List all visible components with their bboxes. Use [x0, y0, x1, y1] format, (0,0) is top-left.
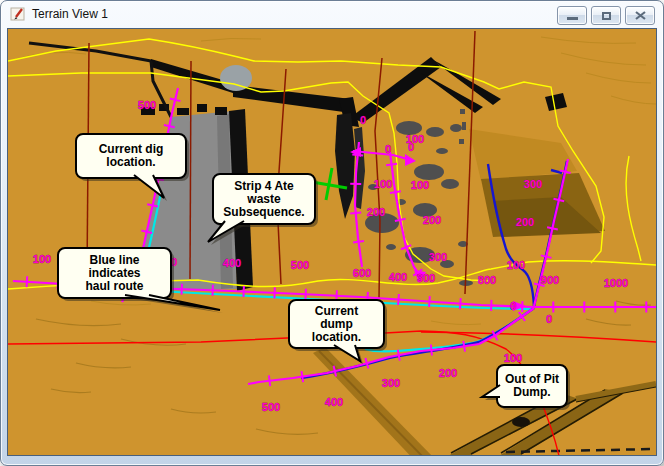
- map-value-label: 500: [138, 99, 156, 111]
- map-value-label: 300: [417, 272, 435, 284]
- map-value-label: 400: [325, 396, 343, 408]
- map-value-label: 400: [389, 271, 407, 283]
- map-value-label: 200: [423, 214, 441, 226]
- restore-button[interactable]: [591, 6, 621, 25]
- window-controls: [557, 6, 655, 25]
- callout-text-line: Current: [315, 304, 358, 318]
- map-value-label: 0: [385, 143, 391, 155]
- map-value-label: 900: [541, 274, 559, 286]
- map-value-label: 600: [353, 267, 371, 279]
- terrain-layer: 5000100001001002002003003002001002000300…: [8, 29, 656, 455]
- map-value-label: 300: [524, 178, 542, 190]
- close-button[interactable]: [625, 6, 655, 25]
- map-value-label: 500: [291, 259, 309, 271]
- callout-text-line: Subsequence.: [223, 205, 304, 219]
- map-value-label: 500: [262, 401, 280, 413]
- callout-text-line: Current dig: [99, 142, 164, 156]
- callout-text-line: location.: [106, 155, 155, 169]
- map-value-label: 800: [478, 274, 496, 286]
- minimize-icon: [567, 17, 578, 20]
- map-value-label: 300: [382, 377, 400, 389]
- callout-text-line: Out of Pit: [505, 372, 559, 386]
- map-value-label: 100: [374, 178, 392, 190]
- map-value-label: 100: [504, 352, 522, 364]
- map-value-label: 300: [429, 251, 447, 263]
- terrain-canvas[interactable]: 5000100001001002002003003002001002000300…: [8, 29, 656, 455]
- window-title: Terrain View 1: [32, 7, 108, 21]
- map-value-label: 0: [510, 300, 516, 312]
- callout-text-line: indicates: [88, 266, 140, 280]
- map-value-label: 200: [367, 206, 385, 218]
- minimize-button[interactable]: [557, 6, 587, 25]
- callout-text-line: Blue line: [89, 253, 139, 267]
- map-value-label: 100: [507, 259, 525, 271]
- callout-text-line: haul route: [85, 279, 143, 293]
- callout-text-line: Strip 4 Ate: [234, 179, 294, 193]
- map-value-label: 400: [223, 257, 241, 269]
- map-value-label: 0: [360, 114, 366, 126]
- map-value-label: 0: [408, 141, 414, 153]
- map-value-label: 100: [411, 179, 429, 191]
- restore-icon: [602, 12, 611, 20]
- callout-text-line: waste: [246, 192, 281, 206]
- map-value-label: 200: [516, 216, 534, 228]
- map-value-label: 0: [546, 313, 552, 325]
- callout-text-line: dump: [320, 317, 353, 331]
- map-value-label: 1000: [604, 277, 628, 289]
- map-value-label: 200: [439, 367, 457, 379]
- bench-patch: [220, 65, 252, 91]
- callout-text-line: location.: [312, 330, 361, 344]
- map-value-label: 100: [33, 253, 51, 265]
- terrain-viewport: 5000100001001002002003003002001002000300…: [7, 28, 657, 456]
- app-icon: [10, 6, 26, 22]
- terrain-view-window: Terrain View 1: [0, 0, 664, 466]
- close-icon: [635, 11, 646, 20]
- callout-text-line: Dump.: [513, 385, 550, 399]
